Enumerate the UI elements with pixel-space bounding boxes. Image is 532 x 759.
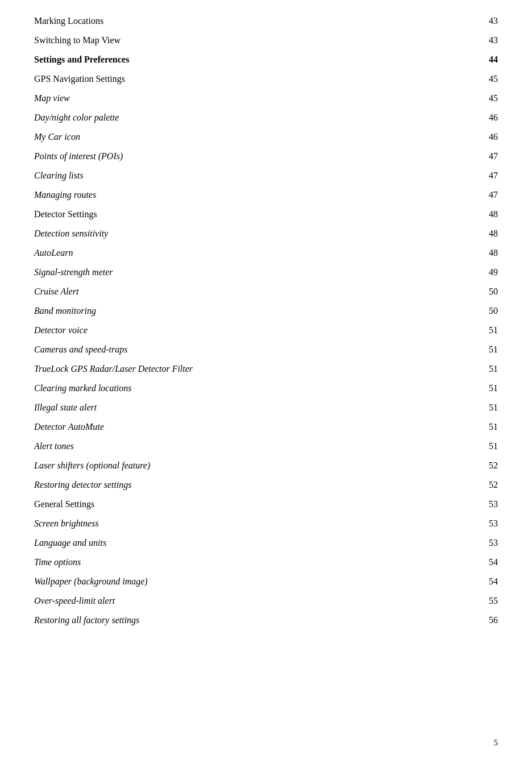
toc-entry-label-clearing-lists: Clearing lists — [34, 171, 84, 180]
toc-row-gps-navigation-settings: GPS Navigation Settings45 — [34, 69, 498, 89]
toc-entry-label-screen-brightness: Screen brightness — [34, 519, 99, 528]
toc-entry-label-wallpaper: Wallpaper (background image) — [34, 576, 148, 586]
toc-row-general-settings: General Settings53 — [34, 495, 498, 514]
toc-entry-text-language-and-units: Language and units — [34, 533, 454, 553]
toc-row-managing-routes: Managing routes47 — [34, 185, 498, 205]
toc-entry-page-wallpaper: 54 — [454, 572, 498, 591]
toc-row-autolearn: AutoLearn48 — [34, 243, 498, 263]
toc-row-language-and-units: Language and units53 — [34, 533, 498, 553]
toc-row-truelock-gps: TrueLock GPS Radar/Laser Detector Filter… — [34, 359, 498, 379]
toc-entry-page-restoring-detector-settings: 52 — [454, 475, 498, 495]
toc-row-time-options: Time options54 — [34, 553, 498, 572]
toc-row-detector-settings: Detector Settings48 — [34, 205, 498, 224]
toc-entry-label-gps-navigation-settings: GPS Navigation Settings — [34, 74, 125, 84]
toc-entry-page-clearing-lists: 47 — [454, 166, 498, 185]
toc-entry-text-clearing-marked-locations: Clearing marked locations — [34, 379, 454, 398]
toc-entry-label-switching-to-map-view: Switching to Map View — [34, 35, 120, 45]
toc-row-screen-brightness: Screen brightness53 — [34, 514, 498, 533]
toc-entry-page-general-settings: 53 — [454, 495, 498, 514]
toc-row-detector-voice: Detector voice51 — [34, 321, 498, 340]
toc-entry-page-managing-routes: 47 — [454, 185, 498, 205]
toc-entry-label-language-and-units: Language and units — [34, 538, 106, 548]
toc-entry-text-screen-brightness: Screen brightness — [34, 514, 454, 533]
toc-entry-label-clearing-marked-locations: Clearing marked locations — [34, 383, 132, 393]
toc-entry-label-time-options: Time options — [34, 557, 81, 567]
toc-entry-label-band-monitoring: Band monitoring — [34, 306, 96, 316]
toc-row-points-of-interest: Points of interest (POIs)47 — [34, 147, 498, 166]
toc-row-wallpaper: Wallpaper (background image)54 — [34, 572, 498, 591]
toc-entry-label-cruise-alert: Cruise Alert — [34, 287, 78, 296]
toc-entry-text-time-options: Time options — [34, 553, 454, 572]
toc-row-my-car-icon: My Car icon46 — [34, 127, 498, 147]
toc-entry-text-illegal-state-alert: Illegal state alert — [34, 398, 454, 417]
toc-entry-text-switching-to-map-view: Switching to Map View — [34, 31, 454, 50]
toc-entry-text-map-view: Map view — [34, 89, 454, 108]
toc-entry-text-signal-strength-meter: Signal-strength meter — [34, 263, 454, 282]
toc-entry-label-detector-settings: Detector Settings — [34, 209, 97, 219]
toc-row-clearing-lists: Clearing lists47 — [34, 166, 498, 185]
toc-entry-text-wallpaper: Wallpaper (background image) — [34, 572, 454, 591]
toc-entry-text-cruise-alert: Cruise Alert — [34, 282, 454, 301]
toc-entry-page-detector-automute: 51 — [454, 417, 498, 437]
toc-entry-page-illegal-state-alert: 51 — [454, 398, 498, 417]
toc-entry-label-truelock-gps: TrueLock GPS Radar/Laser Detector Filter — [34, 364, 193, 374]
toc-entry-text-band-monitoring: Band monitoring — [34, 301, 454, 321]
toc-entry-page-language-and-units: 53 — [454, 533, 498, 553]
toc-row-clearing-marked-locations: Clearing marked locations51 — [34, 379, 498, 398]
toc-entry-text-settings-and-preferences: Settings and Preferences — [34, 50, 454, 69]
toc-entry-label-illegal-state-alert: Illegal state alert — [34, 403, 97, 412]
toc-entry-page-over-speed-limit-alert: 55 — [454, 591, 498, 611]
toc-entry-text-marking-locations: Marking Locations — [34, 11, 454, 31]
toc-entry-page-switching-to-map-view: 43 — [454, 31, 498, 50]
toc-entry-text-laser-shifters: Laser shifters (optional feature) — [34, 456, 454, 475]
toc-entry-label-restoring-detector-settings: Restoring detector settings — [34, 480, 132, 490]
toc-row-day-night-color-palette: Day/night color palette46 — [34, 108, 498, 127]
toc-entry-text-cameras-and-speed-traps: Cameras and speed-traps — [34, 340, 454, 359]
toc-entry-text-over-speed-limit-alert: Over-speed-limit alert — [34, 591, 454, 611]
toc-entry-page-autolearn: 48 — [454, 243, 498, 263]
toc-entry-page-points-of-interest: 47 — [454, 147, 498, 166]
toc-entry-label-over-speed-limit-alert: Over-speed-limit alert — [34, 596, 115, 605]
toc-row-marking-locations: Marking Locations43 — [34, 11, 498, 31]
toc-entry-text-autolearn: AutoLearn — [34, 243, 454, 263]
toc-row-band-monitoring: Band monitoring50 — [34, 301, 498, 321]
toc-row-detection-sensitivity: Detection sensitivity48 — [34, 224, 498, 243]
toc-entry-label-laser-shifters: Laser shifters (optional feature) — [34, 461, 150, 470]
toc-entry-text-detector-automute: Detector AutoMute — [34, 417, 454, 437]
toc-row-cameras-and-speed-traps: Cameras and speed-traps51 — [34, 340, 498, 359]
toc-entry-page-map-view: 45 — [454, 89, 498, 108]
toc-entry-page-screen-brightness: 53 — [454, 514, 498, 533]
toc-row-settings-and-preferences: Settings and Preferences44 — [34, 50, 498, 69]
toc-row-restoring-detector-settings: Restoring detector settings52 — [34, 475, 498, 495]
toc-row-detector-automute: Detector AutoMute51 — [34, 417, 498, 437]
toc-entry-page-detector-settings: 48 — [454, 205, 498, 224]
toc-entry-page-cameras-and-speed-traps: 51 — [454, 340, 498, 359]
toc-entry-page-restoring-all-factory-settings: 56 — [454, 611, 498, 630]
toc-entry-text-restoring-detector-settings: Restoring detector settings — [34, 475, 454, 495]
toc-entry-page-laser-shifters: 52 — [454, 456, 498, 475]
toc-entry-label-detector-automute: Detector AutoMute — [34, 422, 104, 432]
toc-entry-label-alert-tones: Alert tones — [34, 441, 74, 451]
toc-entry-page-alert-tones: 51 — [454, 437, 498, 456]
toc-row-illegal-state-alert: Illegal state alert51 — [34, 398, 498, 417]
toc-row-switching-to-map-view: Switching to Map View43 — [34, 31, 498, 50]
toc-entry-label-my-car-icon: My Car icon — [34, 132, 80, 142]
toc-entry-label-restoring-all-factory-settings: Restoring all factory settings — [34, 615, 139, 625]
toc-row-signal-strength-meter: Signal-strength meter49 — [34, 263, 498, 282]
toc-entry-page-my-car-icon: 46 — [454, 127, 498, 147]
page-number: 5 — [494, 738, 498, 748]
toc-table: Marking Locations43Switching to Map View… — [34, 11, 498, 630]
toc-entry-text-detector-voice: Detector voice — [34, 321, 454, 340]
toc-entry-page-detector-voice: 51 — [454, 321, 498, 340]
toc-entry-text-truelock-gps: TrueLock GPS Radar/Laser Detector Filter — [34, 359, 454, 379]
toc-entry-label-managing-routes: Managing routes — [34, 190, 96, 200]
toc-entry-label-settings-and-preferences: Settings and Preferences — [34, 55, 129, 64]
toc-entry-page-day-night-color-palette: 46 — [454, 108, 498, 127]
toc-entry-text-detection-sensitivity: Detection sensitivity — [34, 224, 454, 243]
toc-row-restoring-all-factory-settings: Restoring all factory settings56 — [34, 611, 498, 630]
toc-entry-page-detection-sensitivity: 48 — [454, 224, 498, 243]
toc-entry-text-clearing-lists: Clearing lists — [34, 166, 454, 185]
toc-entry-text-day-night-color-palette: Day/night color palette — [34, 108, 454, 127]
toc-row-cruise-alert: Cruise Alert50 — [34, 282, 498, 301]
toc-entry-label-points-of-interest: Points of interest (POIs) — [34, 151, 123, 161]
